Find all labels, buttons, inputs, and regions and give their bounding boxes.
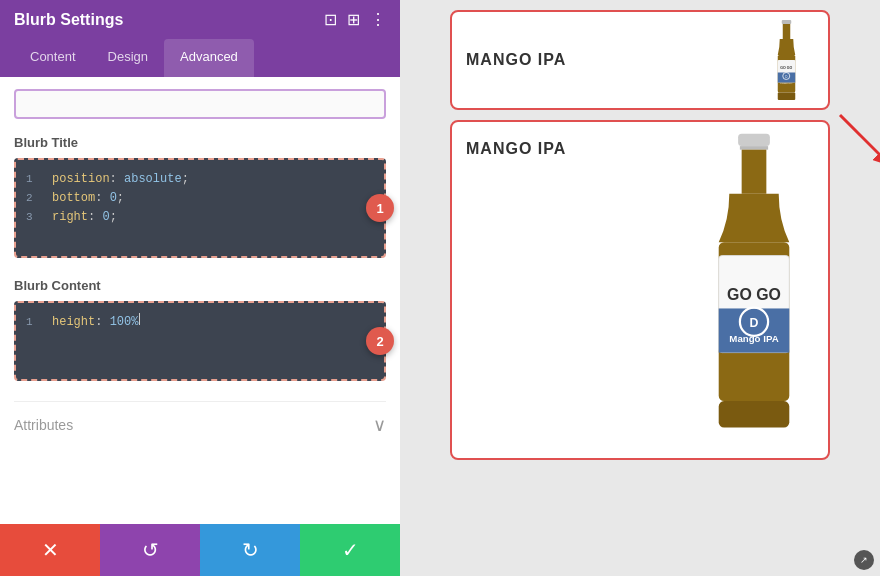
save-icon: ✓ [342, 538, 359, 562]
blurb-title-label: Blurb Title [14, 135, 386, 150]
left-panel: Blurb Settings ⊡ ⊞ ⋮ Content Design Adva… [0, 0, 400, 576]
code-line-1: 1 position : absolute ; [26, 170, 374, 189]
blurb-content-label: Blurb Content [14, 278, 386, 293]
grid-icon[interactable]: ⊞ [347, 10, 360, 29]
svg-rect-0 [782, 20, 792, 24]
line-num-1: 1 [26, 171, 44, 189]
code-val-1: absolute [124, 170, 182, 189]
svg-rect-20 [719, 401, 790, 427]
mango-ipa-label-1: MANGO IPA [466, 51, 566, 69]
tab-advanced[interactable]: Advanced [164, 39, 254, 77]
bottle-top-small: GO GO D Mango IPA [759, 20, 814, 100]
content-line-num-1: 1 [26, 314, 44, 332]
blurb-content-editor[interactable]: 1 height : 100% 2 [14, 301, 386, 381]
beer-card-bottom: MANGO IPA GO GO D Mango IPA [450, 120, 830, 460]
svg-rect-11 [740, 146, 768, 150]
undo-icon: ↺ [142, 538, 159, 562]
panel-tabs: Content Design Advanced [0, 39, 400, 77]
cursor [139, 313, 140, 325]
panel-header: Blurb Settings ⊡ ⊞ ⋮ [0, 0, 400, 39]
attributes-label: Attributes [14, 417, 73, 433]
right-panel: MANGO IPA GO GO D Mango IPA [400, 0, 880, 576]
drag-icon: ↗ [860, 555, 868, 565]
close-icon: ✕ [42, 538, 59, 562]
code-prop-3: right [52, 208, 88, 227]
svg-rect-12 [742, 150, 767, 194]
tab-design[interactable]: Design [92, 39, 164, 77]
bottle-main: GO GO D Mango IPA [694, 132, 814, 432]
panel-body: Blurb Title 1 position : absolute ; 2 bo… [0, 77, 400, 576]
blurb-title-editor[interactable]: 1 position : absolute ; 2 bottom : 0 ; 3… [14, 158, 386, 258]
svg-text:GO GO: GO GO [780, 66, 792, 70]
code-val-2: 0 [110, 189, 117, 208]
undo-button[interactable]: ↺ [100, 524, 200, 576]
top-input-area[interactable] [14, 89, 386, 119]
svg-text:D: D [750, 316, 759, 330]
copy-icon[interactable]: ⊡ [324, 10, 337, 29]
code-line-2: 2 bottom : 0 ; [26, 189, 374, 208]
svg-rect-10 [738, 134, 770, 146]
panel-title: Blurb Settings [14, 11, 123, 29]
svg-rect-1 [783, 24, 791, 39]
panel-header-icons: ⊡ ⊞ ⋮ [324, 10, 386, 29]
red-arrow [830, 105, 880, 175]
content-code-line-1: 1 height : 100% [26, 313, 374, 332]
mango-ipa-label-2: MANGO IPA [466, 140, 566, 158]
svg-rect-15 [719, 308, 790, 352]
content-code-val-1: 100% [110, 313, 139, 332]
tab-content[interactable]: Content [14, 39, 92, 77]
svg-text:Mango IPA: Mango IPA [729, 333, 778, 344]
attributes-section[interactable]: Attributes ∨ [14, 401, 386, 448]
save-button[interactable]: ✓ [300, 524, 400, 576]
redo-button[interactable]: ↻ [200, 524, 300, 576]
more-icon[interactable]: ⋮ [370, 10, 386, 29]
bottom-toolbar: ✕ ↺ ↻ ✓ [0, 524, 400, 576]
content-code-prop-1: height [52, 313, 95, 332]
code-val-3: 0 [102, 208, 109, 227]
close-button[interactable]: ✕ [0, 524, 100, 576]
code-prop-2: bottom [52, 189, 95, 208]
drag-handle[interactable]: ↗ [854, 550, 874, 570]
badge-1: 1 [366, 194, 394, 222]
chevron-down-icon: ∨ [373, 414, 386, 436]
svg-rect-9 [778, 93, 796, 101]
redo-icon: ↻ [242, 538, 259, 562]
code-line-3: 3 right : 0 ; [26, 208, 374, 227]
beer-card-top: MANGO IPA GO GO D Mango IPA [450, 10, 830, 110]
svg-text:Mango IPA: Mango IPA [780, 82, 793, 85]
line-num-2: 2 [26, 190, 44, 208]
line-num-3: 3 [26, 209, 44, 227]
code-prop-1: position [52, 170, 110, 189]
badge-2: 2 [366, 327, 394, 355]
svg-text:GO GO: GO GO [727, 286, 781, 303]
